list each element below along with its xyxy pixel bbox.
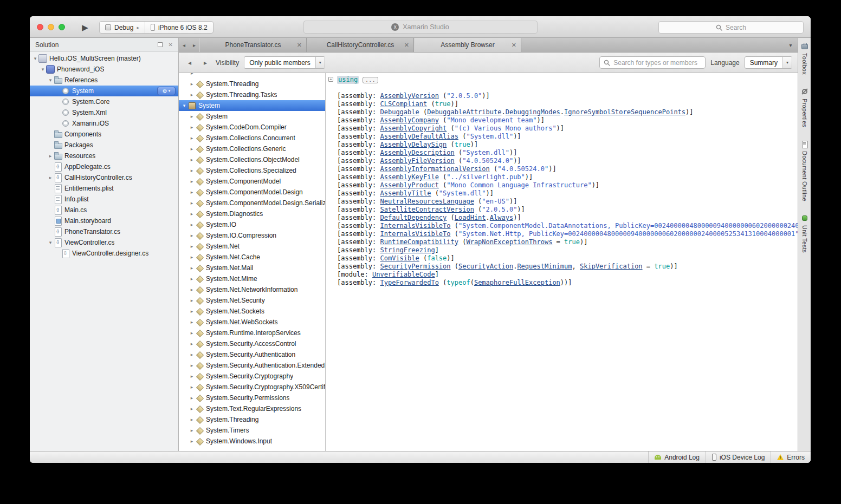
zoom-window-button[interactable]: [59, 24, 65, 30]
member-link[interactable]: CLSCompliant: [380, 100, 427, 108]
member-link[interactable]: AssemblyKeyFile: [380, 173, 438, 181]
device-selector[interactable]: iPhone 6 iOS 8.2: [145, 22, 213, 33]
member-link[interactable]: AssemblyVersion: [380, 92, 438, 100]
tree-item[interactable]: ViewController.designer.cs: [30, 248, 178, 259]
collapse-icon[interactable]: ▾: [32, 56, 38, 61]
tree-item[interactable]: AppDelegate.cs: [30, 161, 178, 172]
expand-icon[interactable]: ▸: [189, 125, 195, 130]
expand-icon[interactable]: ▸: [189, 189, 195, 195]
tree-item[interactable]: ▸System.Security.Permissions: [179, 392, 325, 403]
dock-tab-toolbox[interactable]: Toolbox: [801, 42, 808, 75]
tree-item[interactable]: ▸System.ComponentModel.Design.Serializat…: [179, 198, 325, 208]
member-link[interactable]: AssemblyCompany: [380, 116, 438, 124]
tree-item[interactable]: Main.storyboard: [30, 215, 178, 226]
tree-item[interactable]: ▸System.Collections.ObjectModel: [179, 154, 325, 165]
tree-item[interactable]: ▸System.Security.Cryptography: [179, 371, 325, 382]
dock-tab-properties[interactable]: Properties: [801, 88, 808, 127]
collapse-icon[interactable]: ▾: [181, 103, 187, 108]
expand-icon[interactable]: ▸: [47, 175, 54, 180]
expand-icon[interactable]: ▸: [189, 254, 195, 260]
member-link[interactable]: Debuggable: [380, 108, 419, 116]
expand-icon[interactable]: ▸: [189, 92, 195, 97]
tree-item[interactable]: System⚙▾: [30, 86, 178, 96]
editor-tab[interactable]: PhoneTranslator.cs✕: [199, 38, 307, 52]
expand-icon[interactable]: ▸: [189, 341, 195, 346]
expand-icon[interactable]: ▸: [189, 157, 195, 162]
member-link[interactable]: SatelliteContractVersion: [380, 206, 474, 213]
member-link[interactable]: UnverifiableCode: [372, 271, 435, 278]
member-link[interactable]: DefaultDependency: [380, 214, 447, 221]
tree-item[interactable]: ▸System.Threading.Tasks: [179, 89, 325, 100]
collapse-icon[interactable]: ▾: [47, 240, 54, 245]
navigate-forward-button[interactable]: ▸: [200, 57, 211, 69]
tree-item[interactable]: ▸System.CodeDom.Compiler: [179, 122, 325, 133]
status-item-android[interactable]: Android Log: [648, 451, 706, 463]
expand-icon[interactable]: ▸: [189, 200, 195, 206]
tree-item[interactable]: ▸System.Timers: [179, 425, 325, 436]
member-link[interactable]: LoadHint: [455, 214, 486, 221]
expand-icon[interactable]: ▸: [189, 438, 195, 444]
tree-item[interactable]: ▾References: [30, 75, 178, 86]
tree-item[interactable]: ▸System.Security.Cryptography.X509Certif…: [179, 382, 325, 392]
tree-item[interactable]: ▸System.Net.Sockets: [179, 306, 325, 317]
tree-item[interactable]: ▸CallHistoryController.cs: [30, 172, 178, 183]
expand-icon[interactable]: ▸: [189, 287, 195, 292]
tree-item[interactable]: ▸System.Net.Mime: [179, 273, 325, 284]
close-window-button[interactable]: [37, 24, 43, 30]
member-link[interactable]: AssemblyDefaultAlias: [380, 133, 458, 140]
member-link[interactable]: AssemblyTitle: [380, 189, 431, 197]
tree-item[interactable]: ▸System.Net.Cache: [179, 252, 325, 263]
tree-item[interactable]: ▾System: [179, 100, 325, 111]
member-link[interactable]: AssemblyDescription: [380, 149, 454, 156]
expand-icon[interactable]: ▸: [189, 330, 195, 336]
expand-icon[interactable]: ▸: [189, 309, 195, 314]
tree-item[interactable]: ▸System: [179, 111, 325, 122]
tree-item[interactable]: ▸System.Security.Authentication: [179, 349, 325, 360]
close-tab-icon[interactable]: ✕: [404, 42, 409, 49]
editor-tab[interactable]: Assembly Browser✕: [414, 38, 521, 52]
close-tab-icon[interactable]: ✕: [297, 42, 302, 49]
member-link[interactable]: DebuggingModes: [506, 108, 560, 116]
expand-icon[interactable]: ▸: [189, 374, 195, 379]
member-link[interactable]: RequestMinimum: [517, 263, 572, 270]
tree-item[interactable]: ▸Resources: [30, 150, 178, 161]
fold-expander-icon[interactable]: +: [328, 77, 333, 82]
tree-item[interactable]: ▸System.IO: [179, 219, 325, 230]
member-link[interactable]: IgnoreSymbolStoreSequencePoints: [564, 108, 685, 116]
tree-item[interactable]: ▸System.Net: [179, 241, 325, 252]
member-link[interactable]: ComVisible: [380, 254, 419, 262]
tree-item[interactable]: ▸System.Text.RegularExpressions: [179, 403, 325, 414]
member-link[interactable]: DebuggableAttribute: [427, 108, 501, 116]
member-link[interactable]: RuntimeCompatibility: [380, 238, 458, 246]
expand-icon[interactable]: ▸: [47, 153, 54, 159]
tree-item[interactable]: ▸System.Net.WebSockets: [179, 317, 325, 328]
expand-icon[interactable]: ▸: [189, 233, 195, 238]
tree-item[interactable]: PhoneTranslator.cs: [30, 226, 178, 237]
tab-scroll-left-button[interactable]: ◂: [179, 38, 189, 52]
member-link[interactable]: AssemblyProduct: [380, 181, 438, 189]
status-item-warning[interactable]: Errors: [771, 451, 811, 463]
expand-icon[interactable]: ▸: [189, 319, 195, 325]
tree-item[interactable]: ▸System.Net.Security: [179, 295, 325, 306]
dock-tab-unit-tests[interactable]: Unit Tests: [801, 214, 808, 253]
tree-item[interactable]: ▸System.Net.NetworkInformation: [179, 284, 325, 295]
tree-item[interactable]: ▾ViewController.cs: [30, 237, 178, 248]
tree-item[interactable]: ▸System.Collections.Generic: [179, 143, 325, 154]
collapse-icon[interactable]: ▾: [47, 77, 54, 83]
expand-icon[interactable]: ▸: [189, 298, 195, 303]
tab-scroll-right-button[interactable]: ▸: [189, 38, 199, 52]
tree-item[interactable]: ▸System.Threading: [179, 78, 325, 89]
tree-item[interactable]: ▸System.Collections.Specialized: [179, 165, 325, 176]
tree-item[interactable]: Entitlements.plist: [30, 183, 178, 194]
tree-item[interactable]: ▸System.Collections.Concurrent: [179, 133, 325, 143]
build-config-selector[interactable]: Debug ▸: [100, 22, 145, 33]
member-link[interactable]: AssemblyInformationalVersion: [380, 165, 489, 173]
tree-item[interactable]: ▸System.ComponentModel.Design: [179, 187, 325, 198]
expand-icon[interactable]: ▸: [189, 428, 195, 433]
member-link[interactable]: AssemblyCopyright: [380, 125, 447, 132]
expand-icon[interactable]: ▸: [189, 363, 195, 368]
member-link[interactable]: NeutralResourcesLanguage: [380, 198, 474, 205]
dock-tab-document-outline[interactable]: Document Outline: [801, 140, 808, 201]
member-link[interactable]: TypeForwardedTo: [380, 279, 438, 286]
expand-icon[interactable]: ▸: [189, 211, 195, 217]
